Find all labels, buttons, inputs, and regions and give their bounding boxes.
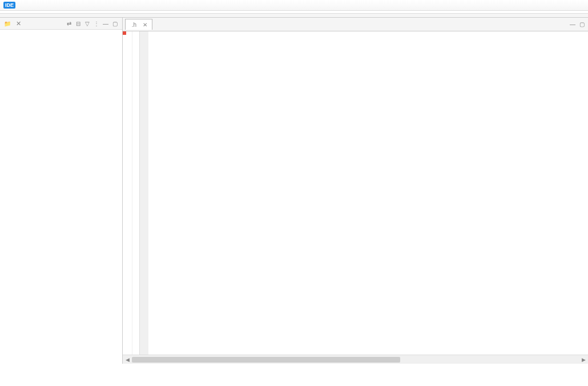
maximize-icon[interactable]: ▢ (111, 19, 119, 27)
ide-badge-icon: IDE (3, 2, 15, 9)
project-explorer-panel: 📁 ✕ ⇄ ⊟ ▽ ⋮ — ▢ (0, 18, 123, 364)
folder-icon: 📁 (3, 19, 11, 27)
h-file-icon: .h (130, 21, 138, 29)
minimize-icon[interactable]: — (102, 19, 110, 27)
vertical-scrollbar[interactable] (139, 31, 148, 355)
link-editor-icon[interactable]: ⇄ (65, 19, 73, 27)
horizontal-scrollbar[interactable]: ◀ ▶ (123, 355, 588, 364)
minimize-icon[interactable]: — (569, 21, 577, 29)
title-bar: IDE (0, 0, 588, 11)
view-menu-icon[interactable]: ⋮ (92, 19, 100, 27)
filter-icon[interactable]: ▽ (83, 19, 91, 27)
project-tree[interactable] (0, 30, 122, 364)
collapse-all-icon[interactable]: ⊟ (74, 19, 82, 27)
tab-user-config[interactable]: .h ✕ (125, 19, 152, 30)
project-explorer-header: 📁 ✕ ⇄ ⊟ ▽ ⋮ — ▢ (0, 18, 122, 30)
editor-tab-bar: .h ✕ — ▢ (123, 18, 588, 31)
maximize-icon[interactable]: ▢ (578, 21, 586, 29)
editor-area: .h ✕ — ▢ ◀ ▶ (123, 18, 588, 364)
code-editor[interactable] (123, 31, 588, 355)
close-icon[interactable]: ✕ (143, 22, 147, 28)
main-toolbar (0, 14, 588, 18)
